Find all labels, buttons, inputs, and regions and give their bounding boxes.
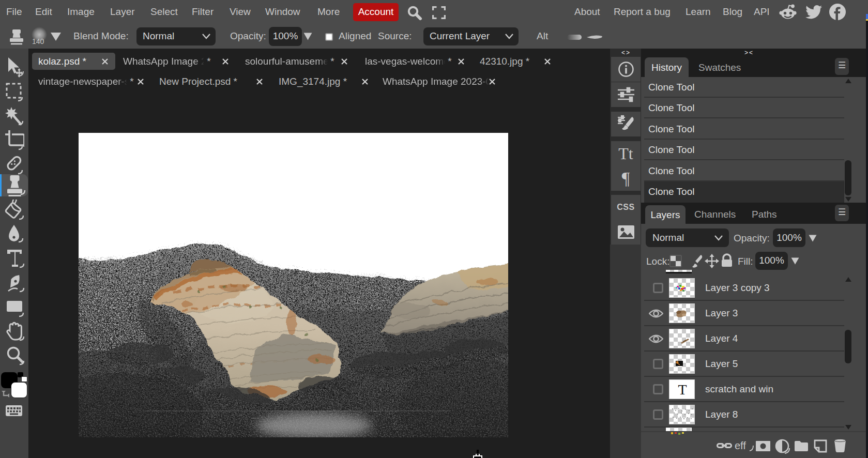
svg-text:T: T bbox=[678, 381, 687, 398]
